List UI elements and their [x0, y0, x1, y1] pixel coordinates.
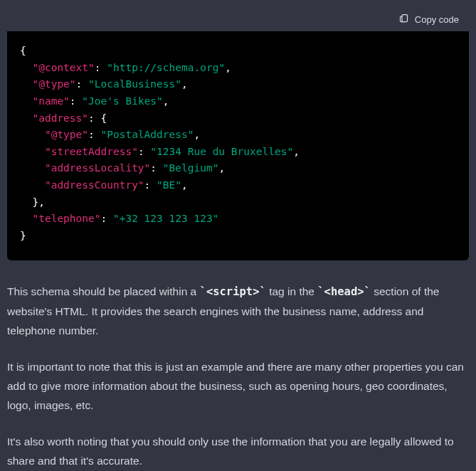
json-string: "+32 123 123 123" [113, 213, 218, 224]
svg-rect-0 [402, 15, 408, 22]
json-string: "http://schema.org" [107, 62, 225, 73]
json-string: "Belgium" [163, 162, 219, 174]
json-string: "Joe's Bikes" [82, 95, 163, 107]
paragraph-3: It's also worth noting that you should o… [7, 432, 469, 470]
paragraph-2: It is important to note that this is jus… [7, 357, 469, 415]
inline-code-script: `<script>` [200, 285, 266, 298]
json-key: "addressCountry" [45, 179, 144, 191]
code-line: }, [20, 196, 45, 208]
code-line: { [20, 45, 26, 56]
code-body[interactable]: { "@context": "http://schema.org", "@typ… [7, 31, 469, 260]
json-key: "@context" [32, 62, 94, 73]
inline-code-head: `<head>` [317, 285, 371, 298]
json-key: "streetAddress" [45, 146, 138, 157]
code-block: Copy code { "@context": "http://schema.o… [7, 7, 469, 260]
json-string: "LocalBusiness" [88, 78, 181, 90]
json-key: "@type" [45, 129, 88, 140]
code-text: : { [88, 112, 107, 124]
copy-code-button[interactable]: Copy code [398, 13, 459, 26]
json-key: "address" [32, 112, 88, 124]
code-line: } [20, 230, 26, 241]
json-key: "@type" [32, 78, 75, 90]
json-key: "name" [32, 95, 69, 107]
code-header: Copy code [7, 7, 469, 31]
json-string: "BE" [157, 179, 181, 191]
explanation-text: This schema should be placed within a `<… [7, 282, 469, 471]
paragraph-1: This schema should be placed within a `<… [7, 282, 469, 340]
json-string: "PostalAddress" [101, 129, 194, 140]
json-string: "1234 Rue du Bruxelles" [150, 146, 293, 157]
json-key: "telephone" [32, 213, 100, 224]
copy-code-label: Copy code [415, 14, 459, 25]
clipboard-icon [398, 13, 409, 26]
json-key: "addressLocality" [45, 162, 150, 174]
